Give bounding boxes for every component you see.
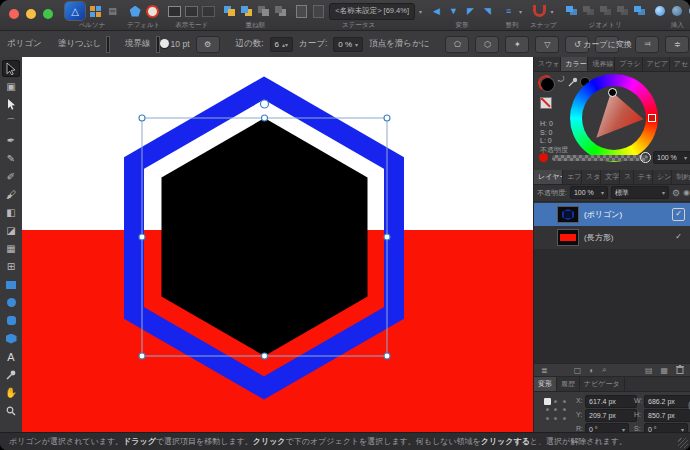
opacity-value-field[interactable]: 100 %▾ xyxy=(653,151,690,164)
blend-options-gear-icon[interactable]: ⚙ xyxy=(672,188,680,198)
move-backward-icon[interactable] xyxy=(257,5,270,17)
insert-behind-icon[interactable] xyxy=(671,5,684,17)
x-field[interactable]: 617.4 px xyxy=(585,395,637,408)
text-tool[interactable]: A xyxy=(2,348,20,365)
mask-layer-icon[interactable]: ▢ xyxy=(574,366,582,375)
tab-history[interactable]: 履歴 xyxy=(557,377,580,391)
lock-layer-icon[interactable]: ◉ xyxy=(683,188,690,197)
pen-tool[interactable]: ✒ xyxy=(2,132,20,149)
stroke-width-value[interactable]: 10 pt xyxy=(171,39,190,49)
ellipse-tool[interactable] xyxy=(2,294,20,311)
hue-wheel[interactable] xyxy=(570,74,658,162)
tab-effects[interactable]: エフ xyxy=(563,170,582,184)
chevron-down-icon[interactable]: ▾ xyxy=(550,8,553,15)
synchronize-defaults-icon[interactable] xyxy=(129,5,142,17)
tab-navigator[interactable]: ナビゲータ xyxy=(580,377,625,391)
tab-stock[interactable]: ス xyxy=(620,170,634,184)
fill-gradient-tool[interactable]: ◧ xyxy=(2,204,20,221)
pixel-persona-icon[interactable] xyxy=(89,5,102,17)
tab-assets[interactable]: アセ xyxy=(670,57,690,71)
align-center-icon[interactable]: ≑ xyxy=(665,36,689,53)
smooth-vertices-label[interactable]: 頂点を滑らかに xyxy=(369,38,429,50)
view-hand-tool[interactable]: ✋ xyxy=(2,384,20,401)
designer-persona-icon[interactable]: △ xyxy=(65,2,85,20)
vector-crop-tool[interactable]: ⊞ xyxy=(2,258,20,275)
opacity-slider-handle[interactable] xyxy=(640,152,651,163)
eyedropper-icon[interactable] xyxy=(568,77,578,88)
fill-stroke-selector[interactable] xyxy=(540,76,556,92)
close-window-button[interactable] xyxy=(9,9,19,19)
move-forward-icon[interactable] xyxy=(240,5,253,17)
revert-defaults-icon[interactable] xyxy=(146,5,159,17)
tab-symbols[interactable]: シン xyxy=(653,170,672,184)
stroke-settings-gear-icon[interactable]: ⚙ xyxy=(196,36,220,53)
chevron-down-icon[interactable]: ▾ xyxy=(419,8,422,15)
paint-brush-tool[interactable]: 🖌 xyxy=(2,186,20,203)
rounded-rectangle-tool[interactable] xyxy=(2,312,20,329)
transparency-tool[interactable]: ◪ xyxy=(2,222,20,239)
document-canvas[interactable] xyxy=(22,57,533,432)
boolean-add-icon[interactable] xyxy=(565,5,578,17)
align-left-icon[interactable]: ⫤ xyxy=(635,36,659,53)
retina-view-icon[interactable] xyxy=(202,5,215,17)
chevron-down-icon[interactable]: ▾ xyxy=(519,8,522,15)
color-picker-tool[interactable] xyxy=(2,366,20,383)
fill-swatch[interactable] xyxy=(107,37,109,52)
polygon-preset-3-button[interactable]: ✦ xyxy=(505,36,529,53)
node-tool[interactable] xyxy=(2,96,20,113)
alignment-icon[interactable]: ≡ xyxy=(502,5,515,17)
tab-layers[interactable]: レイヤー xyxy=(534,170,563,184)
document-title[interactable]: <名称未設定> [69.4%] xyxy=(329,3,415,20)
opacity-slider[interactable] xyxy=(552,155,648,161)
tab-color[interactable]: カラー xyxy=(561,57,588,71)
zoom-tool[interactable] xyxy=(2,402,20,419)
stroke-swatch[interactable] xyxy=(157,37,159,52)
tab-stroke[interactable]: 境界線 xyxy=(588,57,615,71)
tab-appearance[interactable]: アピア xyxy=(643,57,670,71)
layer-row-rectangle[interactable]: (長方形) ✓ xyxy=(534,226,690,249)
polygon-tool[interactable] xyxy=(2,330,20,347)
tab-brushes[interactable]: ブラシ xyxy=(615,57,642,71)
add-layer-icon[interactable]: ▤ xyxy=(645,366,653,375)
tab-swatches[interactable]: スウォ xyxy=(534,57,561,71)
zoom-window-button[interactable] xyxy=(43,9,53,19)
polygon-preset-4-button[interactable]: ▽ xyxy=(535,36,559,53)
boolean-combine-icon[interactable] xyxy=(633,5,646,17)
tab-text-styles[interactable]: テキ xyxy=(634,170,653,184)
sides-stepper[interactable]: 6▴▾ xyxy=(270,37,293,52)
hue-marker[interactable] xyxy=(648,114,656,122)
layer-visibility-checkbox[interactable]: ✓ xyxy=(672,231,685,244)
minimize-window-button[interactable] xyxy=(26,9,36,19)
export-persona-icon[interactable]: ▤ xyxy=(106,5,119,17)
tab-transform[interactable]: 変形 xyxy=(534,377,557,391)
pencil-tool[interactable]: ✎ xyxy=(2,150,20,167)
vector-view-icon[interactable] xyxy=(168,5,181,17)
w-field[interactable]: 686.2 px xyxy=(644,395,690,408)
no-color-swatch[interactable] xyxy=(540,97,552,109)
polygon-preset-1-button[interactable]: ⬠ xyxy=(445,36,469,53)
blend-mode-dropdown[interactable]: 標準▾ xyxy=(611,186,669,199)
pixel-view-icon[interactable] xyxy=(185,5,198,17)
layer-opacity-field[interactable]: 100 %▾ xyxy=(570,186,608,199)
boolean-subtract-icon[interactable] xyxy=(582,5,595,17)
edit-all-layers-icon[interactable]: ≣ xyxy=(541,366,548,375)
h-field[interactable]: 850.7 px xyxy=(644,409,690,422)
y-field[interactable]: 209.7 px xyxy=(585,409,637,422)
boolean-divide-icon[interactable] xyxy=(616,5,629,17)
swap-colors-icon[interactable]: ⤾ xyxy=(558,75,565,85)
artboard-tool[interactable]: ▣ xyxy=(2,78,20,95)
snapping-magnet-icon[interactable] xyxy=(533,5,546,17)
polygon-radius-handle[interactable] xyxy=(261,100,269,108)
move-to-back-icon[interactable] xyxy=(274,5,287,17)
curve-dropdown[interactable]: 0 %▾ xyxy=(333,37,363,52)
corner-tool[interactable]: ⌒ xyxy=(2,114,20,131)
adjustment-layer-icon[interactable]: ◐ xyxy=(589,366,594,375)
live-filter-icon[interactable]: ⌕ xyxy=(602,365,606,375)
place-image-tool[interactable]: ▦ xyxy=(2,240,20,257)
flip-horizontal-icon[interactable]: ◀ xyxy=(430,5,443,17)
tab-styles[interactable]: スタ xyxy=(582,170,601,184)
vector-brush-tool[interactable]: ✐ xyxy=(2,168,20,185)
layer-row-polygon[interactable]: (ポリゴン) ✓ xyxy=(534,203,690,226)
polygon-preset-2-button[interactable]: ⬡ xyxy=(475,36,499,53)
tab-character[interactable]: 文字 xyxy=(601,170,620,184)
